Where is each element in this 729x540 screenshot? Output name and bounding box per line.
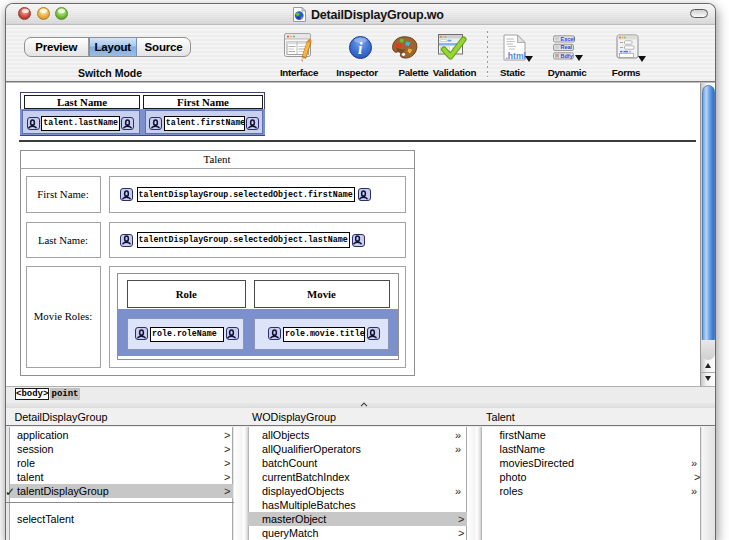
svg-text:Bdfy: Bdfy (561, 53, 574, 59)
svg-text:.html: .html (506, 51, 526, 61)
svg-text:Real: Real (561, 44, 573, 50)
svg-text:i: i (358, 40, 363, 57)
svg-text:Excel: Excel (561, 36, 576, 42)
